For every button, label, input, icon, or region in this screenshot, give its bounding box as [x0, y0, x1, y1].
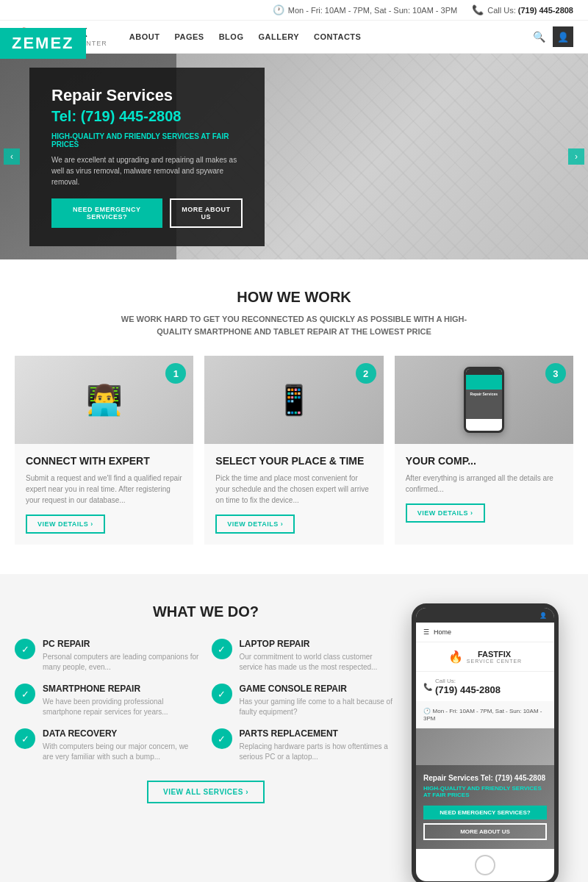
service-parts-replacement: ✓ PARTS REPLACEMENT Replacing hardware p… — [212, 728, 398, 762]
phone-hero-tagline: HIGH-QUALITY AND FRIENDLY SERVICES AT FA… — [423, 785, 547, 798]
service-smartphone-desc: We have been providing professional smar… — [43, 697, 201, 717]
hours-text: Mon - Fri: 10AM - 7PM, Sat - Sun: 10AM -… — [288, 6, 457, 15]
step-card-1: 👨‍💻 1 CONNECT WITH EXPERT Submit a reque… — [15, 356, 193, 545]
phone-hero-title: Repair Services Tel: (719) 445-2808 — [423, 774, 547, 782]
step-2-content: SELECT YOUR PLACE & TIME Pick the time a… — [204, 444, 383, 545]
service-console-check-icon: ✓ — [212, 684, 232, 704]
nav-pages[interactable]: PAGES — [174, 32, 204, 41]
hours-info: 🕐 Mon - Fri: 10AM - 7PM, Sat - Sun: 10AM… — [273, 4, 457, 15]
step-3-text: After everything is arranged all the det… — [406, 473, 562, 495]
nav-about[interactable]: ABOUT — [129, 32, 160, 41]
service-smartphone-text: SMARTPHONE REPAIR We have been providing… — [43, 684, 201, 717]
service-data-title: DATA RECOVERY — [43, 728, 201, 739]
phone-hero-content: Repair Services Tel: (719) 445-2808 HIGH… — [416, 765, 554, 849]
phone-more-button[interactable]: MORE ABOUT US — [423, 823, 547, 840]
phone-logo-sub: SERVICE CENTER — [467, 659, 522, 664]
hero-prev-arrow[interactable]: ‹ — [4, 148, 20, 165]
hero-section: ‹ Repair Services Tel: (719) 445-2808 HI… — [0, 54, 588, 259]
phone-info: 📞 Call Us: (719) 445-2808 — [472, 4, 573, 15]
emergency-button[interactable]: NEED EMERGENCY SERVICES? — [51, 198, 162, 228]
phone-flame-icon: 🔥 — [448, 650, 463, 664]
phone-user-icon: 👤 — [539, 612, 547, 619]
zemez-badge: ZEMEZ — [0, 28, 86, 59]
hero-tagline: HIGH-QUALITY AND FRIENDLY SERVICES AT FA… — [51, 132, 243, 148]
service-laptop-repair: ✓ LAPTOP REPAIR Our commitment to world … — [212, 639, 398, 673]
step-card-2: 📱 2 SELECT YOUR PLACE & TIME Pick the ti… — [204, 356, 383, 545]
step-3-image: Repair Services 3 — [395, 356, 573, 444]
hero-content: Repair Services Tel: (719) 445-2808 HIGH… — [29, 68, 265, 246]
phone-home-button[interactable] — [475, 855, 495, 875]
clock-icon: 🕐 — [273, 4, 284, 15]
step-1-image: 👨‍💻 1 — [15, 356, 193, 444]
service-data-check-icon: ✓ — [15, 728, 35, 749]
phone-hero-image — [416, 728, 554, 765]
phone-call-info: 📞 Call Us: (719) 445-2808 — [416, 672, 554, 701]
step-2-text: Pick the time and place most convenient … — [215, 473, 372, 506]
service-laptop-desc: Our commitment to world class customer s… — [240, 652, 398, 673]
how-we-work-subtitle: WE WORK HARD TO GET YOU RECONNECTED AS Q… — [110, 313, 478, 337]
phone-call-icon: 📞 — [423, 683, 432, 691]
services-left: WHAT WE DO? ✓ PC REPAIR Personal compute… — [15, 603, 397, 882]
step-3-view-btn[interactable]: VIEW DETAILS › — [406, 503, 485, 523]
view-all-container: VIEW ALL SERVICES › — [15, 781, 397, 803]
phone-logo-area: 🔥 FASTFIX SERVICE CENTER — [416, 642, 554, 672]
service-laptop-text: LAPTOP REPAIR Our commitment to world cl… — [240, 639, 398, 673]
hero-title: Repair Services — [51, 86, 243, 105]
hero-desc: We are excellent at upgrading and repair… — [51, 154, 243, 187]
how-we-work-title: HOW WE WORK — [15, 289, 573, 306]
phone-emergency-button[interactable]: NEED EMERGENCY SERVICES? — [423, 806, 547, 820]
more-about-button[interactable]: MORE ABOUT US — [170, 198, 243, 228]
step-1-text: Submit a request and we'll find a qualif… — [26, 473, 182, 506]
phone-logo-name: FASTFIX — [467, 650, 522, 659]
phone-status-bar: 👤 — [416, 608, 554, 623]
nav-contacts[interactable]: CONTACTS — [314, 32, 361, 41]
service-parts-check-icon: ✓ — [212, 728, 232, 749]
hero-next-arrow[interactable]: › — [568, 148, 584, 165]
step-3-title: YOUR COMP... — [406, 455, 562, 467]
phone-call-label: Call Us: — [435, 678, 501, 684]
phone-nav-home: Home — [434, 628, 451, 636]
service-pc-text: PC REPAIR Personal computers are leading… — [43, 639, 201, 673]
service-pc-desc: Personal computers are leading companion… — [43, 652, 201, 673]
steps-grid: 👨‍💻 1 CONNECT WITH EXPERT Submit a reque… — [15, 356, 573, 545]
step-3-number: 3 — [545, 363, 566, 384]
service-parts-title: PARTS REPLACEMENT — [240, 728, 398, 739]
hero-buttons: NEED EMERGENCY SERVICES? MORE ABOUT US — [51, 198, 243, 228]
phone-call-number: (719) 445-2808 — [435, 684, 501, 695]
phone-hours-icon: 🕐 — [423, 708, 431, 714]
step-2-image: 📱 2 — [204, 356, 383, 444]
step-2-view-btn[interactable]: VIEW DETAILS › — [215, 514, 295, 534]
what-we-do-title: WHAT WE DO? — [15, 603, 397, 620]
view-all-services-button[interactable]: VIEW ALL SERVICES › — [147, 781, 265, 803]
step-1-view-btn[interactable]: VIEW DETAILS › — [26, 514, 105, 534]
step-1-title: CONNECT WITH EXPERT — [26, 455, 182, 467]
phone-mockup: 👤 ☰ Home 🔥 FASTFIX SERVICE CENTER 📞 — [412, 603, 559, 882]
phone-nav: ☰ Home — [416, 623, 554, 642]
service-data-desc: With computers being our major concern, … — [43, 742, 201, 762]
service-laptop-title: LAPTOP REPAIR — [240, 639, 398, 649]
how-we-work-section: HOW WE WORK WE WORK HARD TO GET YOU RECO… — [0, 259, 588, 574]
step-card-3: Repair Services 3 YOUR COMP... After eve… — [395, 356, 573, 545]
search-button[interactable]: 🔍 — [533, 30, 545, 43]
service-console-text: GAME CONSOLE REPAIR Has your gaming life… — [240, 684, 398, 717]
step-3-content: YOUR COMP... After everything is arrange… — [395, 444, 573, 534]
service-smartphone-title: SMARTPHONE REPAIR — [43, 684, 201, 694]
user-icon[interactable]: 👤 — [553, 26, 573, 47]
service-game-console-repair: ✓ GAME CONSOLE REPAIR Has your gaming li… — [212, 684, 398, 717]
service-laptop-check-icon: ✓ — [212, 639, 232, 659]
service-pc-title: PC REPAIR — [43, 639, 201, 649]
hero-phone: Tel: (719) 445-2808 — [51, 108, 243, 125]
service-check-icon: ✓ — [15, 639, 35, 659]
service-console-desc: Has your gaming life come to a halt beca… — [240, 697, 398, 717]
service-parts-text: PARTS REPLACEMENT Replacing hardware par… — [240, 728, 398, 762]
nav-gallery[interactable]: GALLERY — [258, 32, 299, 41]
service-parts-desc: Replacing hardware parts is how oftentim… — [240, 742, 398, 762]
nav-blog[interactable]: BLOG — [219, 32, 244, 41]
services-grid: ✓ PC REPAIR Personal computers are leadi… — [15, 639, 397, 762]
top-bar: 🕐 Mon - Fri: 10AM - 7PM, Sat - Sun: 10AM… — [0, 0, 588, 21]
what-we-do-section: WHAT WE DO? ✓ PC REPAIR Personal compute… — [0, 574, 588, 882]
service-smartphone-repair: ✓ SMARTPHONE REPAIR We have been providi… — [15, 684, 201, 717]
header: 🔥 FASTFIX SERVICE CENTER ABOUT PAGES BLO… — [0, 21, 588, 54]
search-icon[interactable]: 🔍 — [533, 31, 545, 43]
service-data-text: DATA RECOVERY With computers being our m… — [43, 728, 201, 762]
